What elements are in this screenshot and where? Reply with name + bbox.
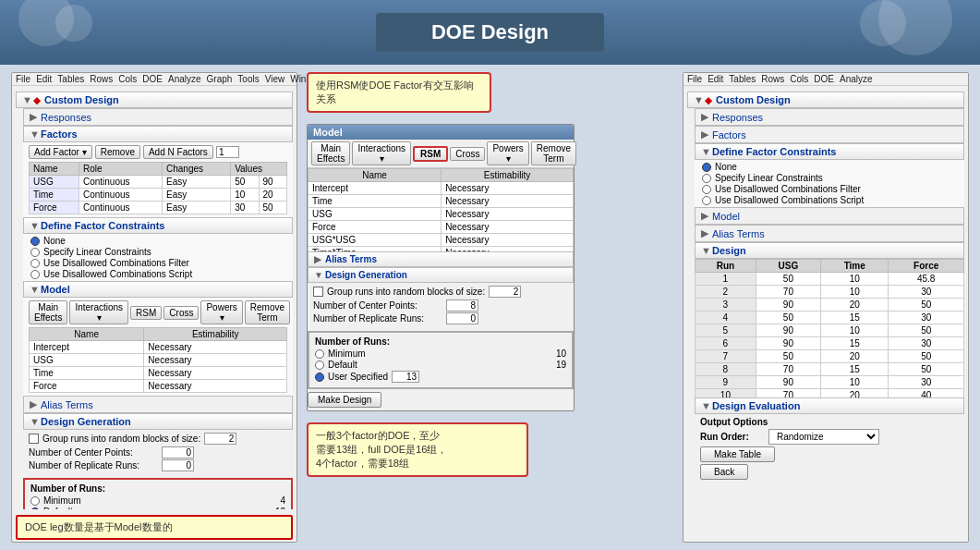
powers-btn[interactable]: Powers ▾ — [200, 300, 242, 324]
r-menu-doe[interactable]: DOE — [814, 74, 834, 84]
constraint-none[interactable]: None — [30, 236, 285, 246]
r-menu-edit[interactable]: Edit — [708, 74, 723, 84]
model-row-time: TimeNecessary — [30, 367, 287, 380]
r-factors-header[interactable]: ▶ Factors — [695, 126, 964, 143]
menu-tables[interactable]: Tables — [57, 74, 84, 84]
factors-header[interactable]: ▼ Factors — [23, 126, 293, 142]
define-factor-constraints-header[interactable]: ▼ Define Factor Constraints — [23, 217, 293, 234]
popup-num-runs-title: Number of Runs: — [315, 336, 566, 347]
r-constraint-filter[interactable]: Use Disallowed Combinations Filter — [702, 184, 957, 194]
remove-term-btn[interactable]: Remove Term — [245, 300, 290, 324]
constraint-disallowed-filter[interactable]: Use Disallowed Combinations Filter — [30, 258, 285, 268]
r-custom-design-header[interactable]: ▼ ◆ Custom Design — [687, 92, 964, 108]
add-factor-btn[interactable]: Add Factor ▾ — [29, 145, 92, 159]
constraint-disallowed-script[interactable]: Use Disallowed Combinations Script — [30, 269, 285, 279]
r-alias-terms-header[interactable]: ▶ Alias Terms — [695, 225, 964, 242]
design-evaluation-header[interactable]: ▼ Design Evaluation — [695, 397, 964, 414]
default-label: Default — [43, 507, 73, 509]
r-constraint-script[interactable]: Use Disallowed Combinations Script — [702, 195, 957, 205]
r-constraint-none[interactable]: None — [702, 162, 957, 172]
collapse-arrow: ▼ — [22, 94, 30, 105]
menu-rows[interactable]: Rows — [90, 74, 113, 84]
popup-num-runs: Number of Runs: Minimum 10 Default 19 Us… — [308, 331, 574, 389]
popup-rsm-btn[interactable]: RSM — [413, 146, 448, 162]
replicate-runs-input[interactable] — [162, 459, 194, 471]
back-btn[interactable]: Back — [700, 464, 748, 480]
popup-alias-terms[interactable]: ▶ Alias Terms — [308, 251, 574, 267]
col-run: Run — [696, 260, 756, 273]
num-runs-title: Number of Runs: — [30, 483, 285, 494]
rsm-btn[interactable]: RSM — [130, 306, 162, 320]
popup-group-input[interactable] — [489, 286, 521, 298]
menu-tools[interactable]: Tools — [237, 74, 259, 84]
popup-interactions[interactable]: Interactions ▾ — [352, 141, 411, 165]
r-design-header[interactable]: ▼ Design — [695, 242, 964, 259]
menu-analyze[interactable]: Analyze — [168, 74, 201, 84]
popup-make-design-btn[interactable]: Make Design — [308, 392, 381, 408]
popup-main-effects[interactable]: Main Effects — [311, 141, 350, 165]
main-effects-btn[interactable]: Main Effects — [29, 300, 67, 324]
group-runs-checkbox[interactable] — [29, 434, 39, 444]
popup-user-input[interactable] — [392, 371, 419, 383]
design-row-7: 7502050 — [696, 350, 964, 363]
col-force: Force — [889, 260, 964, 273]
popup-center-input[interactable] — [446, 299, 478, 312]
group-runs-input[interactable] — [204, 433, 236, 445]
constraint-linear[interactable]: Specify Linear Constraints — [30, 247, 285, 257]
r-menu-file[interactable]: File — [687, 74, 702, 84]
top-callout-row: 使用RSM使DOE Factor有交互影响关系 — [307, 72, 670, 113]
r-menu-analyze[interactable]: Analyze — [840, 74, 873, 84]
responses-header[interactable]: ▶ Responses — [23, 108, 293, 126]
middle-area: 使用RSM使DOE Factor有交互影响关系 Model Main Effec… — [307, 72, 670, 543]
r-define-factor-header[interactable]: ▼ Define Factor Constraints — [695, 143, 964, 160]
col-role: Role — [79, 163, 162, 176]
r-menu-tables[interactable]: Tables — [729, 74, 756, 84]
group-runs-label: Group runs into random blocks of size: — [42, 434, 200, 444]
r-factors-label: Factors — [712, 129, 746, 141]
default-value: 10 — [258, 507, 285, 509]
r-menu-rows[interactable]: Rows — [761, 74, 784, 84]
menu-edit[interactable]: Edit — [36, 74, 52, 84]
menu-file[interactable]: File — [16, 74, 30, 84]
remove-btn[interactable]: Remove — [95, 145, 140, 159]
menu-graph[interactable]: Graph — [207, 74, 233, 84]
popup-row-force: ForceNecessary — [309, 221, 574, 234]
custom-design-header[interactable]: ▼ ◆ Custom Design — [16, 92, 293, 108]
main-content: File Edit Tables Rows Cols DOE Analyze G… — [0, 65, 980, 550]
menu-cols[interactable]: Cols — [118, 74, 137, 84]
menu-doe[interactable]: DOE — [142, 74, 163, 84]
constraint-options: None Specify Linear Constraints Use Disa… — [23, 234, 293, 281]
r-constraint-linear[interactable]: Specify Linear Constraints — [702, 173, 957, 183]
interactions-btn[interactable]: Interactions ▾ — [69, 300, 128, 324]
popup-replicate-input[interactable] — [446, 312, 478, 324]
add-n-factors-btn[interactable]: Add N Factors — [143, 145, 213, 159]
center-points-input[interactable] — [162, 446, 194, 458]
model-popup: Model Main Effects Interactions ▾ RSM Cr… — [307, 124, 575, 411]
add-n-input[interactable] — [216, 146, 239, 158]
r-model-header[interactable]: ▶ Model — [695, 207, 964, 225]
r-menu-cols[interactable]: Cols — [790, 74, 808, 84]
r-define-factor-label: Define Factor Constraints — [712, 146, 836, 157]
col-name: Name — [30, 163, 79, 176]
r-responses-header[interactable]: ▶ Responses — [695, 108, 964, 126]
design-generation-label: Design Generation — [41, 416, 131, 427]
popup-remove-term[interactable]: Remove Term — [531, 141, 576, 165]
make-table-btn[interactable]: Make Table — [700, 446, 775, 462]
model-header[interactable]: ▼ Model — [23, 281, 293, 298]
popup-powers[interactable]: Powers ▾ — [487, 141, 528, 165]
design-row-5: 5901050 — [696, 324, 964, 337]
popup-group-checkbox[interactable] — [313, 287, 323, 297]
alias-terms-header[interactable]: ▶ Alias Terms — [23, 396, 293, 413]
cross-btn[interactable]: Cross — [163, 306, 199, 320]
design-evaluation-label: Design Evaluation — [712, 400, 800, 411]
run-order-select[interactable]: Randomize Keep Sort — [768, 429, 879, 445]
factor-row-1: USGContinuousEasy5090 — [30, 176, 287, 189]
col-values: Values — [231, 163, 287, 176]
popup-design-gen[interactable]: ▼ Design Generation — [308, 267, 574, 283]
r-alias-terms-label: Alias Terms — [712, 228, 765, 239]
popup-replicate-runs: Number of Replicate Runs: — [313, 312, 568, 324]
design-generation-header[interactable]: ▼ Design Generation — [23, 413, 293, 430]
custom-design-label: Custom Design — [44, 94, 119, 105]
popup-cross[interactable]: Cross — [450, 147, 485, 161]
menu-view[interactable]: View — [265, 74, 285, 84]
